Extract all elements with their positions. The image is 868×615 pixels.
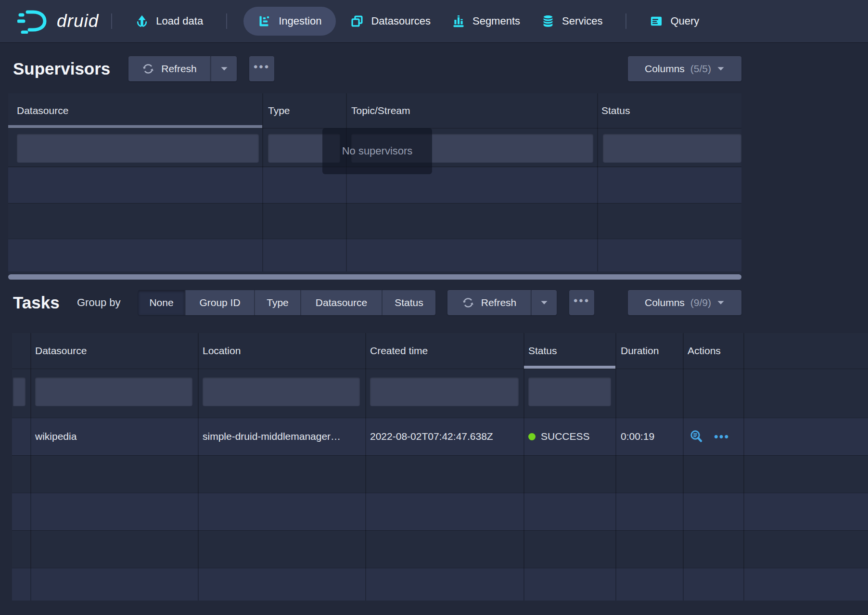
refresh-icon [462,296,474,309]
success-status-dot [528,433,536,440]
tasks-refresh-caret-button[interactable] [531,290,557,315]
filter-input-created-time[interactable] [370,377,519,406]
column-divider [743,333,744,601]
row-divider [12,455,868,456]
nav-item-segments[interactable]: Segments [448,7,524,36]
empty-row [12,493,868,530]
header-datasource[interactable]: Datasource [17,105,68,116]
empty-row [8,239,741,271]
task-row-wikipedia-content: wikipedia simple-druid-middlemanager… 20… [12,418,868,455]
no-supervisors-message: No supervisors [322,128,432,174]
group-by-segmented-control: None Group ID Type Datasource Status [138,290,435,315]
cell-location: simple-druid-middlemanager… [203,431,341,442]
bar-chart-icon [452,14,465,28]
refresh-label: Refresh [161,63,197,75]
chevron-down-icon [540,300,548,305]
chevron-down-icon [220,66,228,71]
group-by-label: Group by [77,296,121,309]
status-text: SUCCESS [541,431,590,442]
nav-item-query[interactable]: Query [646,7,703,36]
nav-label: Load data [156,15,203,27]
cell-created-time: 2022-08-02T07:42:47.638Z [370,431,493,442]
group-by-none-button[interactable]: None [138,290,186,315]
tasks-refresh-button[interactable]: Refresh [447,290,531,315]
filter-input-clipped[interactable] [13,377,26,406]
row-divider [12,530,868,531]
filter-input-datasource[interactable] [17,134,259,163]
columns-label: Columns [645,297,685,308]
cell-duration: 0:00:19 [621,431,654,442]
header-topic-stream[interactable]: Topic/Stream [351,105,410,116]
tasks-columns-button[interactable]: Columns (9/9) [628,290,741,315]
group-by-group-id-button[interactable]: Group ID [186,290,255,315]
tasks-more-button[interactable]: ••• [569,290,594,315]
row-divider [12,369,868,369]
chevron-down-icon [717,66,725,71]
tasks-title: Tasks [13,293,60,312]
row-more-actions-icon[interactable]: ••• [714,431,729,443]
columns-count: (9/9) [690,297,711,308]
nav-item-load-data[interactable]: Load data [131,7,207,36]
druid-brand[interactable]: druid [17,9,99,34]
nav-label: Segments [472,15,520,27]
chart-axis-icon [258,14,271,28]
columns-count: (5/5) [690,63,711,75]
tasks-toolbar: Tasks Group by None Group ID Type Dataso… [0,288,868,318]
tasks-header-row: Datasource Location Created time Status … [12,333,868,369]
top-nav: druid Load data Ingestion [0,0,868,42]
column-divider [198,333,199,601]
column-divider [683,333,684,601]
supervisors-horizontal-scrollbar[interactable] [8,274,741,280]
filter-input-status[interactable] [528,377,611,406]
more-icon: ••• [574,295,590,310]
empty-row [12,568,868,601]
row-divider [12,568,868,568]
refresh-icon [142,63,154,75]
supervisors-columns-button[interactable]: Columns (5/5) [628,56,741,81]
header-datasource[interactable]: Datasource [35,345,87,357]
column-divider [365,333,366,601]
supervisors-table: Datasource Type Topic/Stream Status No s… [8,93,741,274]
supervisors-refresh-caret-button[interactable] [210,56,237,81]
nav-item-datasources[interactable]: Datasources [346,7,434,36]
upload-arrow-icon [135,14,149,28]
brand-name: druid [57,11,99,31]
header-status[interactable]: Status [601,105,630,116]
column-divider [30,333,31,601]
console-icon [650,14,663,28]
group-by-datasource-button[interactable]: Datasource [301,290,383,315]
column-divider [523,333,524,601]
druid-logo-icon [17,9,49,34]
group-by-type-button[interactable]: Type [255,290,301,315]
header-actions[interactable]: Actions [688,345,721,357]
group-by-status-button[interactable]: Status [383,290,435,315]
header-duration[interactable]: Duration [621,345,659,357]
supervisors-title: Supervisors [13,59,110,78]
nav-divider [625,13,626,29]
cell-datasource: wikipedia [35,431,77,442]
magnifier-detail-icon[interactable] [689,429,703,444]
header-location[interactable]: Location [203,345,241,357]
header-created-time[interactable]: Created time [370,345,428,357]
empty-row [8,203,741,239]
nav-label: Services [562,15,602,27]
more-icon: ••• [254,61,270,77]
stacked-squares-icon [350,14,364,28]
filter-input-status[interactable] [603,134,741,163]
header-status[interactable]: Status [528,345,557,357]
nav-item-services[interactable]: Services [537,7,606,36]
supervisors-toolbar: Supervisors Refresh ••• Columns (5/5) [0,54,868,84]
header-type[interactable]: Type [268,105,290,116]
tasks-table: Datasource Location Created time Status … [12,333,868,601]
empty-row [12,530,868,568]
refresh-label: Refresh [481,297,517,308]
nav-item-ingestion-active[interactable]: Ingestion [243,7,336,36]
filter-input-location[interactable] [203,377,360,406]
supervisors-more-button[interactable]: ••• [249,56,274,81]
nav-divider [226,13,227,29]
filter-input-datasource[interactable] [35,377,192,406]
column-divider [615,333,616,601]
empty-row [12,455,868,493]
supervisors-refresh-button[interactable]: Refresh [128,56,210,81]
nav-label: Ingestion [279,15,321,27]
